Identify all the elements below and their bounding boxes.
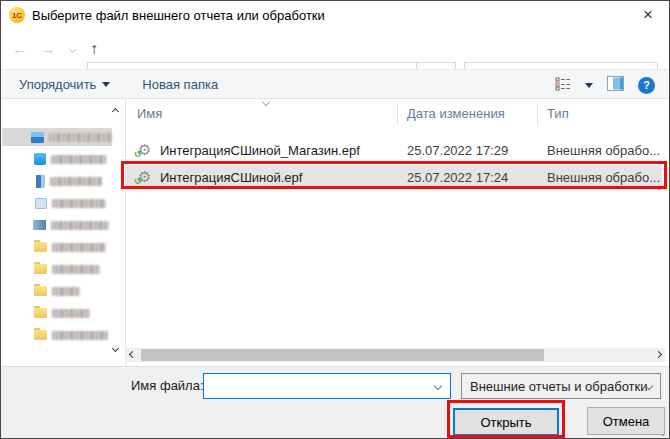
file-name: ИнтеграцияСШиной.epf <box>160 170 302 185</box>
views-icon[interactable] <box>555 77 571 94</box>
sidebar-item[interactable] <box>2 150 112 168</box>
main-area: Имя Дата изменения Тип ИнтеграцияСШиной_… <box>1 99 669 366</box>
recent-locations-chevron-icon[interactable] <box>65 29 79 69</box>
help-icon[interactable]: ? <box>638 77 655 94</box>
sidebar-item[interactable] <box>2 216 112 234</box>
sidebar-item[interactable] <box>2 282 112 300</box>
drive-icon <box>36 175 45 188</box>
forward-icon[interactable]: → <box>39 29 57 69</box>
column-header-type[interactable]: Тип <box>547 106 569 121</box>
filename-combobox <box>203 373 451 399</box>
folder-icon <box>34 264 47 274</box>
organize-button[interactable]: Упорядочить <box>19 77 110 92</box>
file-type: Внешняя обрабо... <box>547 143 660 158</box>
file-type: Внешняя обрабо... <box>547 170 660 185</box>
sidebar-scroll-down-icon[interactable] <box>112 345 119 352</box>
folder-icon <box>34 330 47 340</box>
close-icon[interactable]: × <box>627 1 669 29</box>
navigation-bar: ← → ↑ « ИнтеграцияСШиной › bin ↻ <box>1 29 669 69</box>
open-file-dialog: 1С Выберите файл внешнего отчета или обр… <box>0 0 670 439</box>
scroll-right-icon[interactable] <box>655 351 662 358</box>
sidebar-item[interactable] <box>2 326 112 344</box>
list-header: Имя Дата изменения Тип <box>126 101 665 127</box>
sidebar-item[interactable] <box>2 172 112 190</box>
scroll-left-icon[interactable] <box>129 351 136 358</box>
drive-icon <box>34 153 46 165</box>
filename-label: Имя файла: <box>131 378 204 393</box>
file-row-selected[interactable]: ИнтеграцияСШиной.epf 25.07.2022 17:24 Вн… <box>126 165 662 190</box>
column-divider[interactable] <box>397 103 398 125</box>
column-header-date[interactable]: Дата изменения <box>407 106 505 121</box>
filetype-dropdown[interactable]: Внешние отчеты и обработки <box>461 373 661 399</box>
dialog-title: Выберите файл внешнего отчета или обрабо… <box>32 8 325 23</box>
sidebar-scroll-up-icon[interactable] <box>112 108 119 115</box>
column-divider[interactable] <box>537 103 538 125</box>
sidebar-item[interactable] <box>2 238 112 256</box>
resize-grip[interactable] <box>662 434 664 436</box>
navigation-sidebar <box>2 128 112 348</box>
views-chevron-icon[interactable] <box>585 83 593 88</box>
filetype-value: Внешние отчеты и обработки <box>470 379 647 394</box>
command-toolbar: Упорядочить Новая папка <box>1 69 669 99</box>
chevron-down-icon <box>102 82 110 87</box>
folder-icon <box>34 308 47 318</box>
drive-icon <box>35 198 47 209</box>
preview-pane-icon[interactable] <box>607 76 624 94</box>
open-button[interactable]: Открыть <box>453 408 559 436</box>
organize-label: Упорядочить <box>19 77 96 92</box>
file-name: ИнтеграцияСШиной_Магазин.epf <box>160 143 360 158</box>
epf-gear-icon <box>137 170 154 186</box>
column-header-name[interactable]: Имя <box>137 106 162 121</box>
footer: Имя файла: Внешние отчеты и обработки От… <box>1 366 669 439</box>
sidebar-item[interactable] <box>2 128 112 146</box>
filename-dropdown-chevron-icon[interactable] <box>434 382 442 390</box>
titlebar: 1С Выберите файл внешнего отчета или обр… <box>1 1 669 29</box>
back-icon[interactable]: ← <box>11 29 29 69</box>
this-pc-icon <box>31 132 44 143</box>
sidebar-item[interactable] <box>2 260 112 278</box>
new-folder-button[interactable]: Новая папка <box>142 77 218 92</box>
cancel-button[interactable]: Отмена <box>587 407 665 435</box>
sidebar-item[interactable] <box>2 304 112 322</box>
drive-icon <box>33 220 46 230</box>
1c-app-icon: 1С <box>9 7 25 23</box>
filename-input[interactable] <box>208 376 418 396</box>
folder-icon <box>34 242 47 252</box>
file-date: 25.07.2022 17:29 <box>407 143 508 158</box>
file-date: 25.07.2022 17:24 <box>407 170 508 185</box>
horizontal-scrollbar[interactable] <box>126 348 665 362</box>
file-row[interactable]: ИнтеграцияСШиной_Магазин.epf 25.07.2022 … <box>126 138 662 163</box>
sort-indicator-icon[interactable] <box>262 98 270 106</box>
epf-gear-icon <box>137 143 154 159</box>
new-folder-label: Новая папка <box>142 77 218 92</box>
scrollbar-thumb[interactable] <box>141 349 544 361</box>
sidebar-item[interactable] <box>2 194 112 212</box>
folder-icon <box>34 286 47 296</box>
